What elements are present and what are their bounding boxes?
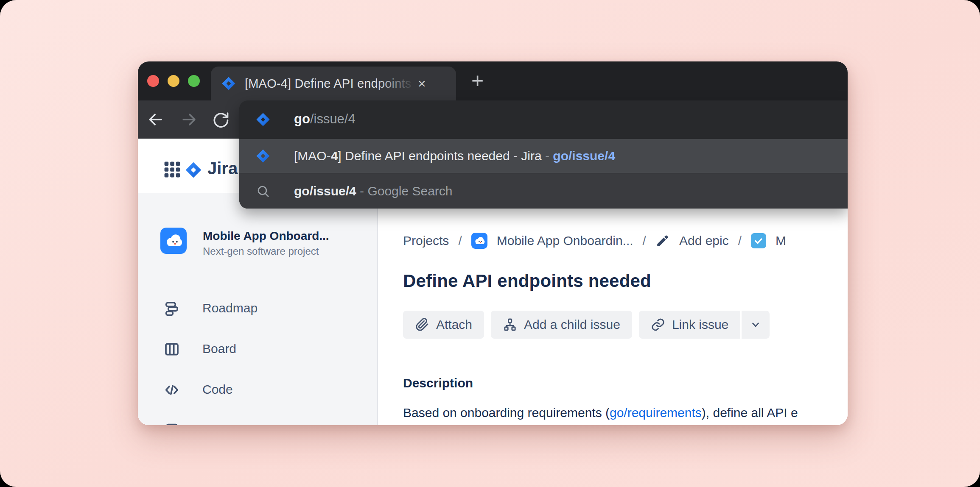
description-text: ), define all API e [702,406,798,420]
board-icon [163,341,180,358]
project-avatar[interactable] [160,228,187,254]
project-sidebar: Mobile App Onboard... Next-gen software … [138,193,378,425]
jira-wordmark[interactable]: Jira [207,159,238,178]
project-mini-avatar [471,233,487,249]
epic-pencil-icon [655,234,670,248]
suggestion-text-mid: ] Define API endpoints needed - Jira [338,149,541,163]
attach-label: Attach [436,317,472,332]
code-icon [163,381,180,398]
breadcrumb-project[interactable]: Mobile App Onboardin... [497,234,633,248]
issue-title[interactable]: Define API endpoints needed [403,271,651,291]
browser-titlebar: [MAO-4] Define API endpoints × + [138,61,848,100]
task-checkbox-icon [751,233,766,248]
issue-main: Projects / Mobile App Onboardin... / [379,193,848,425]
requirements-link[interactable]: go/requirements [610,406,702,420]
omnibox-dropdown: go/issue/4 [MAO-4] Define API endpoints … [239,100,848,209]
breadcrumb: Projects / Mobile App Onboardin... / [403,232,786,250]
app-switcher-icon[interactable] [162,159,182,180]
description-heading: Description [403,376,473,390]
sidebar-item-label: Roadmap [202,301,258,315]
jira-favicon-icon [255,112,271,127]
sidebar-item-board[interactable]: Board [138,335,377,363]
suggestion-text: go/issue/4 - Google Search [294,184,453,198]
new-tab-button[interactable]: + [471,70,484,91]
omnibox[interactable]: go/issue/4 [239,100,848,139]
project-type: Next-gen software project [203,245,319,257]
link-issue-label: Link issue [672,317,728,332]
reload-icon[interactable] [211,110,230,129]
search-icon [256,184,270,198]
sidebar-item-roadmap[interactable]: Roadmap [138,295,377,323]
breadcrumb-separator: / [738,234,742,248]
pages-icon [163,422,180,425]
issue-toolbar: Attach Add a child i [403,311,770,339]
breadcrumb-epic[interactable]: Add epic [679,234,729,248]
cloud-face-icon [473,234,486,248]
child-issue-icon [503,317,517,332]
traffic-lights [147,75,200,87]
attach-button[interactable]: Attach [403,311,484,339]
suggestion-text-pre: [MAO- [294,149,331,163]
sidebar-item-label: Board [202,342,236,356]
suggestion-suffix: - Google Search [356,184,453,198]
browser-tab[interactable]: [MAO-4] Define API endpoints × [211,67,456,100]
sidebar-item-code[interactable]: Code [138,376,377,404]
suggestion-google-search[interactable]: go/issue/4 - Google Search [239,173,848,209]
suggestion-jira-result[interactable]: [MAO-4] Define API endpoints needed - Ji… [239,139,848,173]
suggestion-text-dash: - [542,149,553,163]
suggestion-text: [MAO-4] Define API endpoints needed - Ji… [294,149,615,163]
jira-favicon-icon [221,76,236,91]
chevron-down-icon [750,319,761,330]
sidebar-item-pages[interactable]: Pages [138,417,377,425]
add-child-issue-label: Add a child issue [524,317,620,332]
add-child-issue-button[interactable]: Add a child issue [491,311,632,339]
tab-close-icon[interactable]: × [418,77,426,90]
omnibox-query-rest: /issue/4 [310,111,356,126]
paperclip-icon [415,317,429,332]
link-issue-button[interactable]: Link issue [639,311,740,339]
omnibox-input[interactable]: go/issue/4 [294,111,356,127]
cloud-face-icon [162,230,185,252]
suggestion-query: go/issue/4 [294,184,356,198]
back-icon[interactable] [146,110,165,129]
jira-favicon-icon [255,148,271,164]
description-text: Based on onboarding requirements ( [403,406,610,420]
breadcrumb-issue[interactable]: M [776,234,786,248]
omnibox-query-bold: go [294,111,310,126]
jira-logo-icon[interactable] [185,161,202,179]
breadcrumb-separator: / [643,234,646,248]
suggestion-text-match: 4 [331,149,338,163]
desktop-background: [MAO-4] Define API endpoints × + [0,0,980,487]
breadcrumb-separator: / [458,234,462,248]
link-issue-split-button: Link issue [639,311,770,339]
sidebar-item-label: Pages [202,423,238,425]
roadmap-icon [163,300,180,317]
close-window-button[interactable] [147,75,159,87]
link-icon [651,317,665,332]
forward-icon[interactable] [180,110,199,129]
link-issue-more-button[interactable] [742,311,770,339]
browser-window: [MAO-4] Define API endpoints × + [138,61,848,425]
fullscreen-window-button[interactable] [188,75,200,87]
breadcrumb-projects[interactable]: Projects [403,234,449,248]
minimize-window-button[interactable] [168,75,179,87]
suggestion-url: go/issue/4 [553,149,615,163]
tab-title-fade [376,77,414,91]
project-name[interactable]: Mobile App Onboard... [203,229,329,243]
description-body[interactable]: Based on onboarding requirements (go/req… [403,406,798,420]
sidebar-item-label: Code [202,382,233,397]
